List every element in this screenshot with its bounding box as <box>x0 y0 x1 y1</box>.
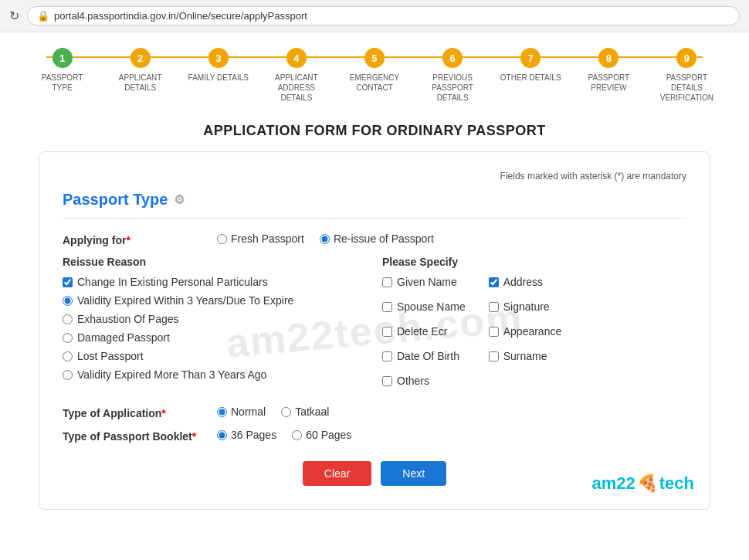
appearance-label: Appearance <box>503 325 562 338</box>
surname-checkbox[interactable] <box>489 351 499 361</box>
type-of-booklet-label: Type of Passport Booklet* <box>63 429 217 443</box>
change-personal-checkbox[interactable] <box>63 277 73 287</box>
signature-checkbox[interactable] <box>489 302 499 312</box>
signature-item[interactable]: Signature <box>489 300 562 313</box>
specify-col-1: Given Name Spouse Name Delete Ecr <box>382 276 466 393</box>
date-of-birth-item[interactable]: Date Of Birth <box>382 350 466 362</box>
applying-for-label: Applying for* <box>63 232 217 246</box>
date-of-birth-checkbox[interactable] <box>382 351 392 361</box>
step-label-1: PASSPORT TYPE <box>32 73 93 93</box>
change-personal-label: Change In Existing Personal Particulars <box>77 276 268 288</box>
given-name-label: Given Name <box>397 276 457 288</box>
reissue-passport-label: Re-issue of Passport <box>334 232 434 245</box>
tatkaal-radio[interactable] <box>281 407 291 417</box>
form-card: am22tech.com Fields marked with asterisk… <box>39 151 710 510</box>
given-name-checkbox[interactable] <box>382 277 392 287</box>
damaged-label: Damaged Passport <box>77 331 170 344</box>
divider <box>63 218 686 219</box>
delete-ecr-item[interactable]: Delete Ecr <box>382 325 466 338</box>
lost-label: Lost Passport <box>77 350 144 362</box>
validity-expired-more-item[interactable]: Validity Expired More Than 3 Years Ago <box>63 368 367 381</box>
type-of-application-label-text: Type of Application <box>63 407 161 419</box>
others-label: Others <box>397 375 429 387</box>
reissue-reason-col: Reissue Reason Change In Existing Person… <box>63 256 367 393</box>
clear-button[interactable]: Clear <box>303 461 371 486</box>
reissue-reason-title: Reissue Reason <box>63 256 367 268</box>
date-of-birth-label: Date Of Birth <box>397 350 459 362</box>
step-label-4: APPLICANT ADDRESS DETAILS <box>266 73 327 103</box>
exhaustion-radio[interactable] <box>63 314 73 324</box>
damaged-item[interactable]: Damaged Passport <box>63 331 367 344</box>
surname-label: Surname <box>503 350 547 362</box>
appearance-checkbox[interactable] <box>489 327 499 337</box>
button-row: Clear Next <box>63 461 686 486</box>
address-label: Address <box>503 276 543 288</box>
step-circle-8[interactable]: 8 <box>598 48 619 68</box>
validity-expired-more-radio[interactable] <box>63 370 73 380</box>
step-circle-3[interactable]: 3 <box>208 48 229 68</box>
exhaustion-item[interactable]: Exhaustion Of Pages <box>63 313 367 325</box>
step-5: 5EMERGENCY CONTACT <box>335 48 413 93</box>
normal-radio[interactable] <box>217 407 227 417</box>
60pages-radio[interactable] <box>292 430 302 440</box>
spouse-name-item[interactable]: Spouse Name <box>382 300 466 313</box>
delete-ecr-label: Delete Ecr <box>397 325 447 338</box>
lock-icon: 🔒 <box>37 10 49 22</box>
60pages-label: 60 Pages <box>306 429 351 441</box>
two-col-section: Reissue Reason Change In Existing Person… <box>63 256 686 393</box>
main-content: 1PASSPORT TYPE2APPLICANT DETAILS3FAMILY … <box>0 32 749 560</box>
60pages-option[interactable]: 60 Pages <box>292 429 351 441</box>
given-name-item[interactable]: Given Name <box>382 276 466 288</box>
36pages-radio[interactable] <box>217 430 227 440</box>
reload-icon[interactable]: ↻ <box>9 8 19 23</box>
step-1: 1PASSPORT TYPE <box>23 48 101 93</box>
required-asterisk-2: * <box>161 407 165 419</box>
lost-item[interactable]: Lost Passport <box>63 350 367 362</box>
step-7: 7OTHER DETAILS <box>492 48 570 83</box>
step-2: 2APPLICANT DETAILS <box>101 48 179 93</box>
tatkaal-label: Tatkaal <box>295 406 329 418</box>
36pages-option[interactable]: 36 Pages <box>217 429 276 441</box>
spouse-name-label: Spouse Name <box>397 300 466 313</box>
others-item[interactable]: Others <box>382 375 466 387</box>
address-bar[interactable]: 🔒 portal4.passportindia.gov.in/Online/se… <box>27 6 740 25</box>
settings-icon: ⚙ <box>174 192 185 207</box>
tatkaal-option[interactable]: Tatkaal <box>281 406 329 418</box>
validity-expired-3-item[interactable]: Validity Expired Within 3 Years/Due To E… <box>63 294 367 307</box>
validity-expired-3-label: Validity Expired Within 3 Years/Due To E… <box>77 294 293 307</box>
step-circle-9[interactable]: 9 <box>676 48 696 68</box>
damaged-radio[interactable] <box>63 333 73 343</box>
next-button[interactable]: Next <box>381 461 446 486</box>
fresh-passport-radio[interactable] <box>217 234 227 244</box>
type-of-booklet-label-text: Type of Passport Booklet <box>63 430 192 443</box>
surname-item[interactable]: Surname <box>489 350 562 362</box>
spouse-name-checkbox[interactable] <box>382 302 392 312</box>
address-checkbox[interactable] <box>489 277 499 287</box>
normal-option[interactable]: Normal <box>217 406 266 418</box>
step-circle-6[interactable]: 6 <box>442 48 463 68</box>
step-circle-7[interactable]: 7 <box>520 48 541 68</box>
validity-expired-more-label: Validity Expired More Than 3 Years Ago <box>77 368 266 381</box>
applying-for-label-text: Applying for <box>63 234 126 246</box>
signature-label: Signature <box>503 300 550 313</box>
step-circle-4[interactable]: 4 <box>286 48 307 68</box>
others-checkbox[interactable] <box>382 376 392 386</box>
step-circle-5[interactable]: 5 <box>364 48 385 68</box>
step-circle-1[interactable]: 1 <box>53 48 73 68</box>
fresh-passport-label: Fresh Passport <box>231 232 304 245</box>
appearance-item[interactable]: Appearance <box>489 325 562 338</box>
fresh-passport-option[interactable]: Fresh Passport <box>217 232 304 245</box>
step-label-8: PASSPORT PREVIEW <box>578 73 639 93</box>
address-item[interactable]: Address <box>489 276 562 288</box>
reissue-passport-option[interactable]: Re-issue of Passport <box>320 232 434 245</box>
section-title-text: Passport Type <box>63 191 168 209</box>
step-circle-2[interactable]: 2 <box>130 48 151 68</box>
reissue-passport-radio[interactable] <box>320 234 330 244</box>
lost-radio[interactable] <box>63 351 73 361</box>
validity-expired-3-radio[interactable] <box>63 296 73 306</box>
step-6: 6PREVIOUS PASSPORT DETAILS <box>414 48 492 103</box>
delete-ecr-checkbox[interactable] <box>382 327 392 337</box>
please-specify-col: Please Specify Given Name Spouse Name <box>367 256 686 393</box>
type-of-booklet-row: Type of Passport Booklet* 36 Pages 60 Pa… <box>63 429 686 443</box>
change-personal-item[interactable]: Change In Existing Personal Particulars <box>63 276 367 288</box>
